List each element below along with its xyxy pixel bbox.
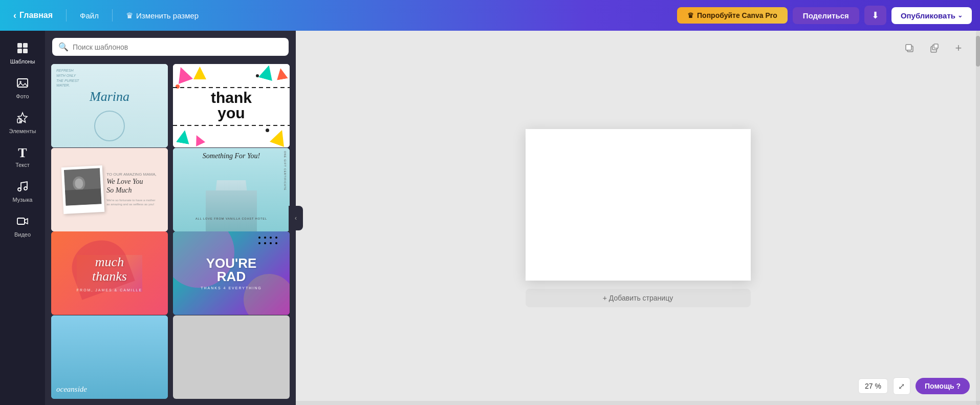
svg-rect-13 [65, 188, 101, 206]
plus-icon: + [955, 42, 962, 54]
scrollbar-thumb-right [976, 36, 980, 67]
home-button[interactable]: ‹ Главная [8, 7, 58, 24]
share-button[interactable]: Поделиться [793, 7, 859, 24]
text-icon: T [18, 146, 27, 160]
chevron-left-icon: ‹ [13, 10, 16, 21]
publish-label: Опубликовать [901, 11, 955, 20]
template-card-placeholder[interactable] [173, 315, 290, 399]
template-card-oceanside[interactable]: oceanside [51, 315, 168, 399]
publish-button[interactable]: Опубликовать ⌄ [891, 7, 972, 24]
home-label: Главная [19, 11, 53, 20]
zoom-display[interactable]: 27 % [858, 378, 888, 394]
search-bar: 🔍 [45, 31, 296, 61]
duplicate-icon-button[interactable] [925, 39, 943, 57]
templates-panel: 🔍 REFRESHWITH ONLYTHE PURESTWATER. Marin… [45, 31, 296, 405]
template-card-much-thanks[interactable]: muchthanks FROM, JAMES & CAMILLE [51, 231, 168, 315]
sidebar-item-elements[interactable]: Элементы [0, 105, 45, 140]
copy-icon [904, 43, 914, 53]
download-button[interactable]: ⬇ [864, 6, 886, 25]
sidebar-item-music-label: Музыка [13, 197, 33, 203]
main-content: Шаблоны Фото Элементы T Тек [0, 31, 980, 405]
canvas-scrollbar-right[interactable] [976, 31, 980, 405]
sidebar-item-text-label: Текст [15, 162, 30, 168]
sidebar-item-video[interactable]: Видео [0, 209, 45, 244]
panel-collapse-button[interactable]: ‹ [289, 206, 303, 230]
resize-label: Изменить размер [136, 11, 199, 20]
duplicate-icon [929, 43, 939, 53]
svg-rect-3 [23, 49, 28, 53]
nav-right: ♛ Попробуйте Canva Pro Поделиться ⬇ Опуб… [677, 6, 972, 25]
template-card-thankyou[interactable]: thank you [173, 64, 290, 147]
chevron-down-icon: ⌄ [957, 12, 963, 19]
elements-icon [16, 112, 29, 126]
help-button[interactable]: Помощь ? [916, 378, 970, 394]
canvas-page-wrap: + Добавить страницу [296, 31, 980, 405]
canva-pro-button[interactable]: ♛ Попробуйте Canva Pro [677, 7, 788, 24]
canvas-top-icons: + [900, 39, 968, 57]
sidebar-item-elements-label: Элементы [9, 128, 36, 134]
svg-rect-0 [17, 43, 22, 48]
collapse-icon: ‹ [295, 215, 297, 222]
crown-icon-pro: ♛ [687, 11, 694, 19]
canvas-page[interactable] [526, 129, 751, 281]
search-input-wrap: 🔍 [52, 38, 289, 56]
download-icon: ⬇ [872, 10, 879, 20]
sidebar-item-photos-label: Фото [16, 93, 29, 99]
fullscreen-icon: ⤢ [898, 381, 905, 391]
canvas-bottom-right: 27 % ⤢ Помощь ? [858, 377, 970, 395]
crown-icon: ♛ [126, 11, 133, 20]
nav-divider-2 [112, 9, 113, 22]
template-card-something[interactable]: Something For You! ONE GIFT CERTIFICATE … [173, 148, 290, 231]
svg-rect-4 [17, 79, 28, 87]
sidebar-item-templates[interactable]: Шаблоны [0, 36, 45, 71]
templates-icon [16, 42, 29, 56]
file-menu-button[interactable]: Файл [75, 8, 104, 23]
photos-icon [16, 77, 29, 91]
sidebar-item-photos[interactable]: Фото [0, 71, 45, 105]
canvas-area: + + Добавить страницу 27 % ⤢ Помощь ? [296, 31, 980, 405]
video-icon [16, 215, 29, 229]
sidebar-item-video-label: Видео [14, 231, 31, 238]
sidebar: Шаблоны Фото Элементы T Тек [0, 31, 45, 405]
templates-grid: REFRESHWITH ONLYTHE PURESTWATER. Marina [45, 61, 296, 405]
music-icon [16, 180, 29, 195]
canva-pro-label: Попробуйте Canva Pro [697, 11, 777, 19]
svg-rect-18 [934, 44, 938, 48]
fullscreen-button[interactable]: ⤢ [893, 377, 910, 395]
template-card-marina[interactable]: REFRESHWITH ONLYTHE PURESTWATER. Marina [51, 64, 168, 147]
svg-rect-9 [17, 218, 25, 224]
template-card-youre-rad[interactable]: YOU'RERAD THANKS 4 EVERYTHING [173, 231, 290, 315]
templates-panel-wrap: 🔍 REFRESHWITH ONLYTHE PURESTWATER. Marin… [45, 31, 296, 405]
svg-rect-15 [906, 45, 911, 50]
nav-left: ‹ Главная Файл ♛ Изменить размер [8, 7, 677, 24]
canvas-scrollbar-bottom[interactable] [296, 401, 980, 405]
sidebar-item-text[interactable]: T Текст [0, 140, 45, 174]
resize-button[interactable]: ♛ Изменить размер [121, 8, 204, 24]
search-icon: 🔍 [58, 42, 69, 52]
search-input[interactable] [73, 43, 282, 51]
nav-divider [66, 9, 67, 22]
add-page-icon-button[interactable]: + [949, 39, 968, 57]
sidebar-item-templates-label: Шаблоны [10, 58, 35, 65]
template-card-loveyou[interactable]: TO OUR AMAZING MAMA, We Love YouSo Much … [51, 148, 168, 231]
svg-rect-2 [17, 49, 22, 53]
svg-point-7 [18, 188, 21, 191]
add-page-button[interactable]: + Добавить страницу [526, 289, 751, 307]
top-nav: ‹ Главная Файл ♛ Изменить размер ♛ Попро… [0, 0, 980, 31]
svg-rect-1 [23, 43, 28, 48]
sidebar-item-music[interactable]: Музыка [0, 174, 45, 209]
copy-icon-button[interactable] [900, 39, 919, 57]
